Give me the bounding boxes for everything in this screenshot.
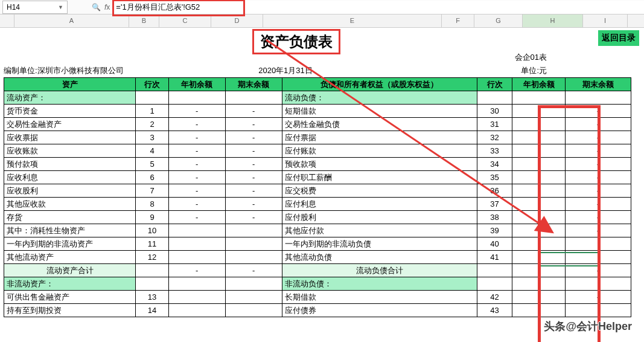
cell[interactable]: -	[565, 224, 631, 237]
col-header-A[interactable]: A	[14, 15, 129, 27]
cell[interactable]: 其他应付款	[282, 224, 477, 237]
cell[interactable]: -	[225, 158, 282, 171]
cell[interactable]: 5	[136, 158, 169, 171]
cell[interactable]: 应收利息	[4, 171, 136, 184]
cell[interactable]: 一年内到期的非流动负债	[282, 237, 477, 251]
cell[interactable]: -	[512, 131, 565, 144]
cell[interactable]: -	[565, 105, 631, 118]
cell[interactable]: 4	[136, 144, 169, 158]
cell[interactable]: -	[168, 131, 225, 144]
cell[interactable]: -	[225, 118, 282, 131]
cell[interactable]: 交易性金融负债	[282, 118, 477, 131]
col-header-D[interactable]: D	[211, 15, 263, 27]
fx-icon[interactable]: fx	[104, 3, 110, 11]
cell[interactable]	[225, 91, 282, 105]
cell[interactable]	[565, 304, 631, 317]
cell[interactable]: 36	[477, 184, 512, 198]
cell[interactable]: 7	[136, 184, 169, 198]
cell[interactable]	[512, 171, 565, 184]
cell[interactable]: 应收股利	[4, 184, 136, 198]
col-header-C[interactable]: C	[159, 15, 211, 27]
cell[interactable]: 应付职工薪酬	[282, 171, 477, 184]
cell[interactable]: 其他流动负债	[282, 251, 477, 264]
cell[interactable]: -	[565, 211, 631, 224]
cell[interactable]	[565, 277, 631, 291]
cell[interactable]: -	[225, 105, 282, 118]
cell[interactable]: 2	[136, 118, 169, 131]
search-icon[interactable]: 🔍	[92, 3, 101, 11]
cell[interactable]: 32	[477, 131, 512, 144]
cell[interactable]: 34	[477, 158, 512, 171]
cell[interactable]: 应付票据	[282, 131, 477, 144]
cell[interactable]: 持有至到期投资	[4, 304, 136, 317]
cell[interactable]: -	[565, 171, 631, 184]
cell[interactable]	[512, 198, 565, 211]
cell[interactable]: -	[168, 118, 225, 131]
cell[interactable]: -	[225, 264, 282, 277]
cell[interactable]: -	[168, 171, 225, 184]
cell[interactable]: -	[512, 291, 565, 304]
cell[interactable]: -	[225, 144, 282, 158]
cell[interactable]: -	[225, 131, 282, 144]
cell[interactable]: 12	[136, 251, 169, 264]
cell[interactable]: -	[168, 211, 225, 224]
cell[interactable]: 流动资产合计	[4, 264, 136, 277]
cell[interactable]: -	[565, 291, 631, 304]
cell[interactable]	[225, 237, 282, 251]
cell[interactable]	[168, 277, 225, 291]
cell[interactable]: 应付利息	[282, 198, 477, 211]
cell[interactable]: -	[225, 211, 282, 224]
cell[interactable]: 应收账款	[4, 144, 136, 158]
col-header-H[interactable]: H	[523, 15, 583, 27]
cell[interactable]	[477, 277, 512, 291]
cell[interactable]: 42	[477, 291, 512, 304]
cell[interactable]: -	[225, 171, 282, 184]
cell[interactable]: -	[565, 158, 631, 171]
col-header-E[interactable]: E	[263, 15, 442, 27]
col-header-F[interactable]: F	[442, 15, 474, 27]
cell[interactable]: 11	[136, 237, 169, 251]
cell[interactable]: -	[565, 144, 631, 158]
cell[interactable]: -	[512, 144, 565, 158]
cell[interactable]	[512, 304, 565, 317]
formula-input[interactable]: ='1月份科目汇总表'!G52	[112, 1, 644, 14]
cell[interactable]: 10	[136, 224, 169, 237]
cell[interactable]: 应交税费	[282, 184, 477, 198]
cell[interactable]	[512, 118, 565, 131]
cell[interactable]: -	[512, 224, 565, 237]
cell[interactable]	[168, 224, 225, 237]
name-box[interactable]: H14 ▼	[2, 1, 68, 14]
cell[interactable]: 短期借款	[282, 105, 477, 118]
cell[interactable]	[512, 105, 565, 118]
cell[interactable]	[225, 251, 282, 264]
cell[interactable]	[512, 184, 565, 198]
cell[interactable]: 40	[477, 237, 512, 251]
cell[interactable]: 38	[477, 211, 512, 224]
col-header-G[interactable]: G	[474, 15, 523, 27]
cell[interactable]	[225, 304, 282, 317]
cell[interactable]: -	[168, 198, 225, 211]
cell[interactable]	[225, 224, 282, 237]
cell[interactable]: 可供出售金融资产	[4, 291, 136, 304]
cell[interactable]	[136, 91, 169, 105]
cell[interactable]	[168, 251, 225, 264]
cell[interactable]: 应收票据	[4, 131, 136, 144]
cell[interactable]: 流动负债合计	[282, 264, 477, 277]
cell[interactable]	[168, 91, 225, 105]
cell[interactable]: 31	[477, 118, 512, 131]
cell[interactable]: 应付账款	[282, 144, 477, 158]
cell[interactable]: -	[565, 118, 631, 131]
cell[interactable]: 14	[136, 304, 169, 317]
cell[interactable]: -	[565, 131, 631, 144]
cell[interactable]: 39	[477, 224, 512, 237]
col-header-B[interactable]: B	[129, 15, 159, 27]
cell[interactable]: 30	[477, 105, 512, 118]
cell[interactable]: -	[512, 264, 565, 277]
cell[interactable]	[225, 291, 282, 304]
col-header-I[interactable]: I	[583, 15, 628, 27]
cell[interactable]: 货币资金	[4, 105, 136, 118]
cell[interactable]: -	[565, 184, 631, 198]
cell[interactable]	[565, 91, 631, 105]
cell[interactable]	[477, 264, 512, 277]
cell[interactable]: -	[168, 158, 225, 171]
